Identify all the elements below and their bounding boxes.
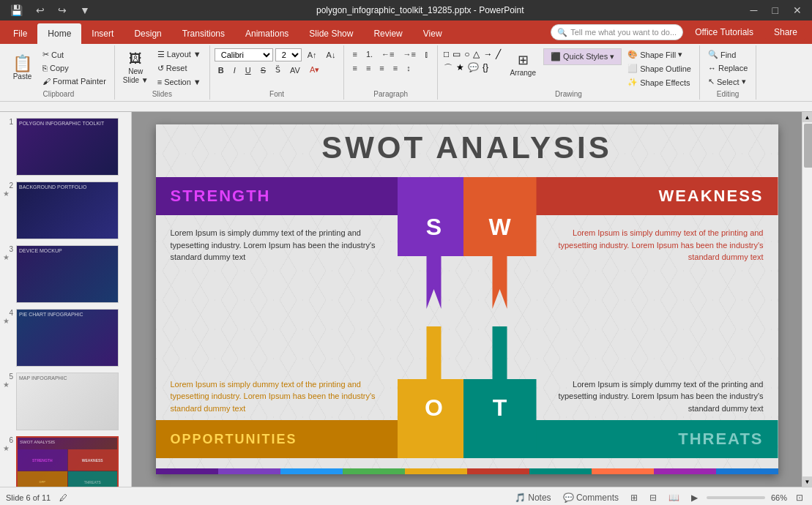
- tab-transitions[interactable]: Transitions: [172, 23, 235, 44]
- font-color-button[interactable]: A▾: [306, 64, 323, 76]
- tab-design[interactable]: Design: [124, 23, 171, 44]
- round-rect-shape-icon[interactable]: ▭: [451, 48, 462, 60]
- customize-icon[interactable]: ▼: [75, 3, 94, 18]
- tab-animations[interactable]: Animations: [235, 23, 299, 44]
- decrease-indent-button[interactable]: ←≡: [378, 48, 398, 60]
- slide-thumb-1[interactable]: 1 POLYGON INFOGRAPHIC TOOLKIT: [3, 118, 128, 176]
- curve-shape-icon[interactable]: ⌒: [442, 61, 454, 75]
- title-bar: 💾 ↩ ↪ ▼ polygon_infographic_toolkit_1928…: [0, 0, 812, 20]
- font-size-select[interactable]: 24: [275, 48, 302, 61]
- slide-thumb-6[interactable]: 6 ★ SWOT ANALYSIS STRENGTH WEAKNESS OPP …: [3, 436, 128, 487]
- copy-button[interactable]: ⎘ Copy: [39, 62, 110, 74]
- increase-indent-button[interactable]: →≡: [399, 48, 419, 60]
- decrease-font-button[interactable]: A↓: [323, 49, 340, 61]
- slide-sorter-button[interactable]: ⊟: [647, 491, 660, 504]
- tell-me-input[interactable]: 🔍 Tell me what you want to do...: [551, 24, 683, 40]
- tab-file[interactable]: File: [3, 23, 37, 44]
- save-icon[interactable]: 💾: [6, 3, 27, 18]
- justify-button[interactable]: ≡: [390, 62, 401, 74]
- threats-label: THREATS: [678, 430, 763, 449]
- shape-effects-button[interactable]: ✨ Shape Effects: [624, 76, 695, 89]
- find-button[interactable]: 🔍 Find: [704, 48, 751, 61]
- ribbon-group-slides: 🖼 New Slide ▼ ☰ Layout ▼ ↺ Reset ≡ Secti…: [115, 45, 210, 100]
- normal-view-button[interactable]: ⊞: [627, 491, 641, 504]
- clipboard-label: Clipboard: [7, 89, 110, 98]
- window-title: polygon_infographic_toolkit_19285.pptx -…: [94, 5, 746, 15]
- zoom-slider[interactable]: [707, 496, 765, 499]
- align-right-button[interactable]: ≡: [376, 62, 387, 74]
- line-shape-icon[interactable]: ╱: [494, 48, 502, 60]
- align-center-button[interactable]: ≡: [362, 62, 374, 74]
- minimize-button[interactable]: ─: [746, 3, 762, 18]
- ribbon-group-drawing: □ ▭ ○ △ → ╱ ⌒ ★ 💬 {} ⊞Arrange: [438, 45, 700, 100]
- share-button[interactable]: Share: [765, 24, 806, 40]
- maximize-button[interactable]: □: [768, 3, 783, 18]
- columns-button[interactable]: ⫿: [421, 48, 433, 60]
- scroll-down-button[interactable]: ▼: [802, 476, 812, 487]
- increase-font-button[interactable]: A↑: [304, 49, 321, 61]
- rect-shape-icon[interactable]: □: [442, 48, 450, 60]
- threats-text: Lorem Ipsum is simply dummy text of the …: [544, 378, 764, 415]
- quick-styles-button[interactable]: ⬛ Quick Styles ▾: [547, 50, 618, 63]
- arrow-shape-icon[interactable]: →: [482, 48, 493, 60]
- ribbon-content: 📋 Paste ✂ Cut ⎘ Copy 🖌 Format Painter Cl…: [0, 44, 812, 102]
- tab-review[interactable]: Review: [363, 23, 412, 44]
- office-tutorials-button[interactable]: Office Tutorials: [689, 24, 759, 40]
- format-painter-button[interactable]: 🖌 Format Painter: [39, 75, 110, 87]
- reset-button[interactable]: ↺ Reset: [154, 62, 205, 75]
- slide-thumb-4[interactable]: 4 ★ PIE CHART INFOGRAPHIC: [3, 309, 128, 367]
- arrange-button[interactable]: ⊞Arrange: [504, 48, 541, 81]
- tab-view[interactable]: View: [413, 23, 452, 44]
- star-shape-icon[interactable]: ★: [455, 61, 466, 75]
- tab-slideshow[interactable]: Slide Show: [299, 23, 363, 44]
- shape-outline-button[interactable]: ⬜ Shape Outline: [624, 62, 695, 75]
- close-button[interactable]: ✕: [789, 3, 806, 18]
- slide-thumb-2[interactable]: 2 ★ BACKGROUND PORTFOLIO: [3, 182, 128, 239]
- ribbon-group-clipboard: 📋 Paste ✂ Cut ⎘ Copy 🖌 Format Painter Cl…: [3, 45, 115, 100]
- char-spacing-button[interactable]: AV: [286, 64, 304, 76]
- replace-button[interactable]: ↔ Replace: [704, 62, 751, 74]
- cut-button[interactable]: ✂ Cut: [39, 48, 110, 61]
- slide-thumb-3[interactable]: 3 ★ DEVICE MOCKUP: [3, 245, 128, 303]
- ribbon-group-paragraph: ≡ 1. ←≡ →≡ ⫿ ≡ ≡ ≡ ≡ ↕ Paragraph: [344, 45, 437, 100]
- reading-view-button[interactable]: 📖: [666, 491, 682, 504]
- bullets-button[interactable]: ≡: [349, 48, 360, 60]
- scroll-up-button[interactable]: ▲: [802, 112, 812, 122]
- slide-canvas[interactable]: SWOT ANALYSIS STRENGTH WEAKNESS S W Lore…: [156, 124, 778, 474]
- strikethrough-button[interactable]: S: [257, 64, 269, 76]
- undo-icon[interactable]: ↩: [31, 3, 49, 18]
- section-button[interactable]: ≡ Section ▼: [154, 76, 205, 88]
- slides-label: Slides: [119, 89, 205, 98]
- slide-thumb-5[interactable]: 5 ★ MAP INFOGRAPHIC: [3, 373, 128, 430]
- w-letter: W: [488, 214, 510, 241]
- tab-home[interactable]: Home: [37, 23, 81, 44]
- align-left-button[interactable]: ≡: [349, 62, 360, 74]
- oval-shape-icon[interactable]: ○: [463, 48, 471, 60]
- triangle-shape-icon[interactable]: △: [472, 48, 481, 60]
- slide-info: Slide 6 of 11: [6, 493, 51, 502]
- font-family-select[interactable]: Calibri: [215, 48, 273, 61]
- select-button[interactable]: ↖ Select ▾: [704, 75, 751, 88]
- fit-slide-button[interactable]: ⊡: [793, 491, 806, 504]
- main-area: 1 POLYGON INFOGRAPHIC TOOLKIT 2 ★ BACKGR…: [0, 112, 812, 487]
- bold-button[interactable]: B: [215, 64, 228, 76]
- notes-button[interactable]: 🎵 Notes: [512, 491, 554, 504]
- numbering-button[interactable]: 1.: [362, 48, 376, 60]
- tab-insert[interactable]: Insert: [81, 23, 124, 44]
- t-letter: T: [493, 394, 507, 422]
- bracket-shape-icon[interactable]: {}: [481, 61, 490, 75]
- layout-button[interactable]: ☰ Layout ▼: [154, 48, 205, 61]
- new-slide-button[interactable]: 🖼 New Slide ▼: [119, 49, 152, 86]
- underline-button[interactable]: U: [242, 64, 255, 76]
- italic-button[interactable]: I: [230, 64, 239, 76]
- slide-panel: 1 POLYGON INFOGRAPHIC TOOLKIT 2 ★ BACKGR…: [0, 112, 132, 487]
- callout-shape-icon[interactable]: 💬: [466, 61, 480, 75]
- slideshow-button[interactable]: ▶: [688, 491, 701, 504]
- line-spacing-button[interactable]: ↕: [403, 62, 414, 74]
- comments-button[interactable]: 💬 Comments: [560, 491, 622, 504]
- shape-fill-button[interactable]: 🎨 Shape Fill ▾: [624, 48, 695, 61]
- shadow-button[interactable]: S̈: [272, 64, 284, 76]
- paste-button[interactable]: 📋 Paste: [7, 52, 37, 84]
- editing-label: Editing: [704, 89, 751, 98]
- redo-icon[interactable]: ↪: [53, 3, 71, 18]
